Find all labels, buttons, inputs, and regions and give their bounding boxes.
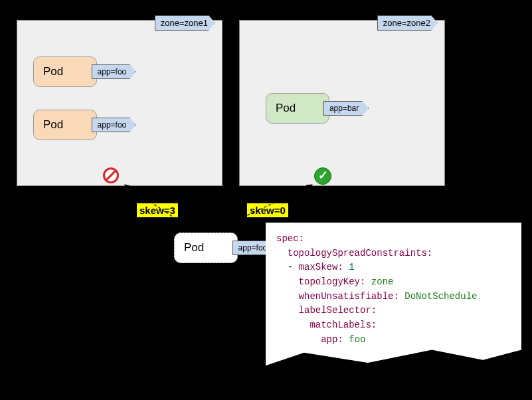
pod-pending: Pod app=foo <box>174 233 238 263</box>
zone-2-label: zone=zone2 <box>377 15 438 31</box>
skew-right-label: skew=0 <box>247 203 288 217</box>
yaml-maxskew-val: 1 <box>343 262 355 272</box>
yaml-whenunsat-key: whenUnsatisfiable: <box>276 291 399 302</box>
skew-left-label: skew=3 <box>137 203 178 217</box>
yaml-whenunsat-val: DoNotSchedule <box>399 291 478 302</box>
pod-text: Pod <box>43 65 63 78</box>
pod-foo-1-label: app=foo <box>92 64 137 79</box>
yaml-maxskew-key: maxSkew: <box>299 262 343 272</box>
yaml-topokey-key: topologyKey: <box>276 276 365 287</box>
yaml-spec-panel: spec: topologySpreadConstraints: - maxSk… <box>266 223 521 367</box>
pod-text: Pod <box>43 118 63 131</box>
pod-bar: Pod app=bar <box>266 93 329 124</box>
yaml-topokey-val: zone <box>365 276 393 287</box>
pod-bar-label: app=bar <box>323 101 369 116</box>
yaml-app-val: foo <box>343 334 366 345</box>
deny-icon <box>103 167 119 183</box>
check-icon <box>314 167 331 185</box>
yaml-dash: - <box>276 262 299 272</box>
yaml-matchlabels-key: matchLabels: <box>276 320 377 330</box>
yaml-spec-key: spec: <box>276 233 304 244</box>
pod-foo-2-label: app=foo <box>92 118 137 132</box>
pod-text: Pod <box>276 102 296 114</box>
pod-foo-2: Pod app=foo <box>33 110 97 140</box>
pod-foo-1: Pod app=foo <box>33 56 97 87</box>
yaml-app-key: app: <box>276 334 343 345</box>
yaml-tsc-key: topologySpreadConstraints: <box>276 248 432 258</box>
zone-1-label: zone=zone1 <box>155 15 215 31</box>
pod-text: Pod <box>184 241 204 254</box>
yaml-labelsel-key: labelSelector: <box>276 305 377 316</box>
zone-1-container: zone=zone1 <box>17 20 222 186</box>
